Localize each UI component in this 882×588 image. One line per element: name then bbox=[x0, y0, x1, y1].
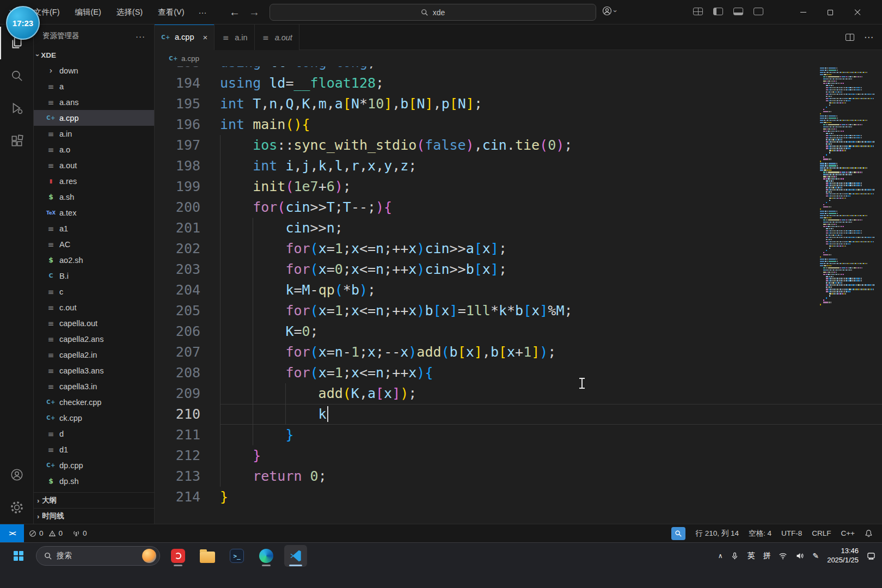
minimize-button[interactable] bbox=[789, 0, 817, 24]
code-line-198[interactable]: 198int i,j,k,l,r,x,y,z; bbox=[155, 156, 882, 176]
file-item-a.sh[interactable]: $a.sh bbox=[34, 189, 154, 205]
language-mode[interactable]: C++ bbox=[836, 524, 860, 542]
start-button[interactable] bbox=[8, 545, 29, 567]
file-item-ao2.sh[interactable]: $ao2.sh bbox=[34, 252, 154, 268]
toggle-panel-icon[interactable] bbox=[733, 8, 743, 15]
minimap[interactable] bbox=[820, 68, 874, 306]
code-line-193[interactable]: 193using ll=long long; bbox=[155, 66, 882, 73]
code-line-207[interactable]: 207for(x=n-1;x;--x)add(b[x],b[x+1]); bbox=[155, 342, 882, 363]
volume-icon[interactable] bbox=[795, 552, 804, 560]
file-item-capella3.in[interactable]: ≡capella3.in bbox=[34, 378, 154, 394]
outline-section[interactable]: › 大纲 bbox=[34, 492, 154, 508]
file-item-capella3.ans[interactable]: ≡capella3.ans bbox=[34, 363, 154, 378]
encoding[interactable]: UTF-8 bbox=[776, 524, 807, 542]
timeline-section[interactable]: › 时间线 bbox=[34, 508, 154, 524]
taskbar-vscode[interactable] bbox=[284, 545, 307, 567]
taskbar-edge[interactable] bbox=[255, 545, 278, 567]
menubar-item-3[interactable]: 查看(V) bbox=[150, 7, 192, 17]
toggle-secondary-sidebar-icon[interactable] bbox=[754, 8, 763, 15]
notifications-bell[interactable] bbox=[860, 524, 878, 542]
file-item-c[interactable]: ≡c bbox=[34, 284, 154, 299]
taskbar-search[interactable]: 搜索 bbox=[36, 546, 160, 566]
more-actions-icon[interactable]: ⋯ bbox=[864, 32, 873, 43]
search-sidebar-icon[interactable] bbox=[0, 59, 34, 92]
code-line-194[interactable]: 194using ld=__float128; bbox=[155, 73, 882, 94]
forward-button[interactable]: → bbox=[245, 3, 264, 21]
zoom-indicator[interactable] bbox=[666, 524, 690, 542]
problems-status[interactable]: 0 0 bbox=[24, 524, 68, 542]
file-item-ck.cpp[interactable]: C+ck.cpp bbox=[34, 410, 154, 426]
maximize-button[interactable] bbox=[817, 0, 844, 24]
code-line-202[interactable]: 202for(x=1;x<=n;++x)cin>>a[x]; bbox=[155, 238, 882, 259]
file-item-AC[interactable]: ≡AC bbox=[34, 236, 154, 252]
split-editor-icon[interactable] bbox=[846, 34, 854, 41]
file-item-a.tex[interactable]: TeXa.tex bbox=[34, 205, 154, 220]
microphone-icon[interactable] bbox=[731, 552, 739, 560]
file-item-down[interactable]: ›down bbox=[34, 63, 154, 78]
customize-layout-icon[interactable] bbox=[693, 8, 703, 15]
file-item-a[interactable]: ≡a bbox=[34, 78, 154, 94]
code-line-205[interactable]: 205for(x=1;x<=n;++x)b[x]=1ll*k*b[x]%M; bbox=[155, 301, 882, 321]
cursor-position[interactable]: 行 210, 列 14 bbox=[690, 524, 744, 542]
close-button[interactable] bbox=[844, 0, 871, 24]
code-line-208[interactable]: 208for(x=1;x<=n;++x){ bbox=[155, 363, 882, 383]
taskbar-app-red[interactable] bbox=[167, 545, 189, 567]
taskbar-terminal[interactable]: >_ bbox=[225, 545, 248, 567]
file-item-d1[interactable]: ≡d1 bbox=[34, 442, 154, 457]
code-line-201[interactable]: 201cin>>n; bbox=[155, 218, 882, 238]
file-item-a.cpp[interactable]: C+a.cpp bbox=[34, 110, 154, 126]
file-item-a.res[interactable]: ▮a.res bbox=[34, 173, 154, 189]
command-center-search[interactable]: xde bbox=[270, 4, 596, 21]
code-line-196[interactable]: 196int main(){ bbox=[155, 114, 882, 135]
accounts-icon[interactable] bbox=[0, 458, 34, 491]
code-line-214[interactable]: 214} bbox=[155, 487, 882, 507]
wifi-icon[interactable] bbox=[779, 552, 787, 560]
taskbar-file-explorer[interactable] bbox=[196, 545, 219, 567]
file-item-capella.out[interactable]: ≡capella.out bbox=[34, 315, 154, 331]
menubar-item-1[interactable]: 编辑(E) bbox=[68, 7, 109, 17]
indentation[interactable]: 空格: 4 bbox=[744, 524, 776, 542]
file-item-dp.sh[interactable]: $dp.sh bbox=[34, 473, 154, 489]
ime-mode-indicator[interactable]: 拼 bbox=[763, 551, 770, 561]
sidebar-more-button[interactable]: ··· bbox=[136, 32, 145, 41]
eol-sequence[interactable]: CRLF bbox=[807, 524, 836, 542]
menubar-item-2[interactable]: 选择(S) bbox=[109, 7, 150, 17]
tray-expand-icon[interactable]: ∧ bbox=[718, 552, 723, 560]
ime-language-indicator[interactable]: 英 bbox=[747, 551, 755, 561]
code-line-213[interactable]: 213return 0; bbox=[155, 466, 882, 487]
back-button[interactable]: ← bbox=[225, 3, 244, 21]
code-line-197[interactable]: 197ios::sync_with_stdio(false),cin.tie(0… bbox=[155, 135, 882, 156]
tab-a.out[interactable]: ≡a.out bbox=[255, 24, 299, 50]
code-editor[interactable]: 193using ll=long long;194using ld=__floa… bbox=[155, 66, 882, 524]
pen-icon[interactable]: ✎ bbox=[812, 552, 819, 560]
code-line-204[interactable]: 204k=M-qp(*b); bbox=[155, 280, 882, 301]
file-item-dp.cpp[interactable]: C+dp.cpp bbox=[34, 457, 154, 473]
file-item-a1[interactable]: ≡a1 bbox=[34, 220, 154, 236]
file-item-a.out[interactable]: ≡a.out bbox=[34, 157, 154, 173]
notification-center-icon[interactable] bbox=[867, 552, 875, 560]
file-item-a.ans[interactable]: ≡a.ans bbox=[34, 94, 154, 110]
ports-status[interactable]: 0 bbox=[68, 524, 92, 542]
toggle-sidebar-icon[interactable] bbox=[713, 8, 723, 15]
tab-a.cpp[interactable]: C+a.cpp× bbox=[155, 24, 215, 50]
profile-button[interactable]: › bbox=[602, 5, 616, 16]
code-line-199[interactable]: 199init(1e7+6); bbox=[155, 176, 882, 197]
remote-indicator[interactable]: >< bbox=[0, 524, 24, 542]
tray-clock[interactable]: 13:46 2025/1/25 bbox=[827, 547, 859, 565]
code-line-206[interactable]: 206K=0; bbox=[155, 321, 882, 342]
code-line-210[interactable]: 210k bbox=[155, 404, 882, 425]
file-item-checker.cpp[interactable]: C+checker.cpp bbox=[34, 394, 154, 410]
file-item-a.in[interactable]: ≡a.in bbox=[34, 126, 154, 142]
file-item-d[interactable]: ≡d bbox=[34, 426, 154, 442]
code-line-211[interactable]: 211} bbox=[155, 425, 882, 445]
file-item-c.out[interactable]: ≡c.out bbox=[34, 299, 154, 315]
menubar-more-button[interactable]: ··· bbox=[192, 8, 213, 17]
file-item-capella2.ans[interactable]: ≡capella2.ans bbox=[34, 331, 154, 347]
file-item-capella2.in[interactable]: ≡capella2.in bbox=[34, 347, 154, 363]
breadcrumb[interactable]: C+ a.cpp bbox=[155, 50, 882, 66]
code-line-203[interactable]: 203for(x=0;x<=n;++x)cin>>b[x]; bbox=[155, 259, 882, 280]
tab-a.in[interactable]: ≡a.in bbox=[215, 24, 254, 50]
code-line-212[interactable]: 212} bbox=[155, 445, 882, 466]
file-item-B.i[interactable]: CB.i bbox=[34, 268, 154, 284]
workspace-section-xde[interactable]: › XDE bbox=[34, 47, 154, 63]
